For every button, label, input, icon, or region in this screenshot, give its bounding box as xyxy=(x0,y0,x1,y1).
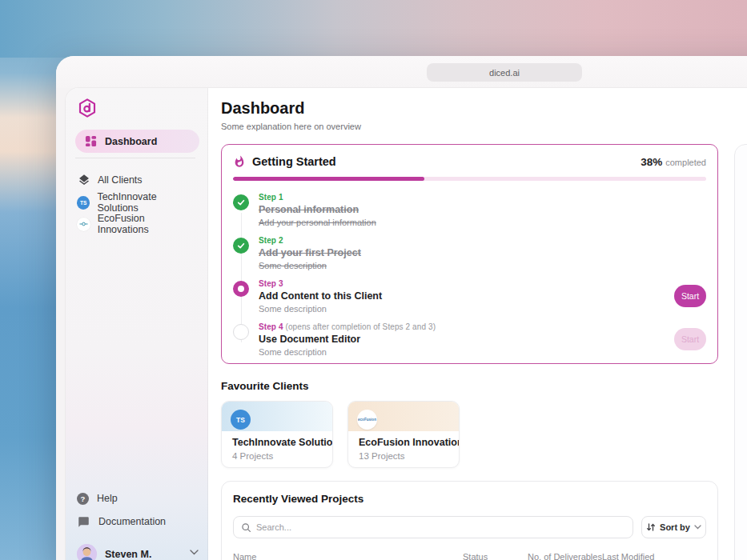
progress-percent: 38% xyxy=(641,156,662,168)
sidebar-item-label: EcoFusion Innovations xyxy=(98,213,197,235)
step-note: (opens after completion of Steps 2 and 3… xyxy=(286,322,436,331)
client-avatar-ecofusion xyxy=(77,218,90,231)
client-project-count: 13 Projects xyxy=(359,451,405,461)
browser-chrome: diced.ai xyxy=(56,56,747,88)
step-description: Add your personal information xyxy=(259,218,376,227)
column-header-deliverables: No. of Deliverables xyxy=(528,552,602,560)
step-label: Step 2 xyxy=(259,236,361,245)
sidebar-item-help[interactable]: ? Help xyxy=(77,491,197,506)
sidebar-item-label: All Clients xyxy=(98,174,143,186)
step-description: Some description xyxy=(259,347,436,357)
recently-viewed-title: Recently Viewed Projects xyxy=(233,493,706,505)
step-label: Step 3 xyxy=(259,279,382,288)
sidebar-item-documentation[interactable]: Documentation xyxy=(77,514,197,529)
progress-bar xyxy=(233,177,706,181)
sidebar-item-all-clients[interactable]: All Clients xyxy=(77,172,197,188)
recently-viewed-card: Recently Viewed Projects xyxy=(221,481,718,560)
dashboard-grid-icon xyxy=(84,134,98,148)
step-row-3: Step 3 Add Content to this Client Some d… xyxy=(233,279,706,322)
wallpaper-top xyxy=(0,0,747,58)
user-menu[interactable]: Steven M. xyxy=(77,544,199,560)
column-header-status: Status xyxy=(463,552,528,560)
client-name: TechInnovate Solutions xyxy=(232,437,333,448)
sort-by-button[interactable]: Sort by xyxy=(641,516,706,538)
address-bar[interactable]: diced.ai xyxy=(427,63,582,82)
client-avatar-ecofusion: ecoFusion xyxy=(357,410,377,430)
getting-started-title: Getting Started xyxy=(252,155,336,168)
search-input-wrap xyxy=(233,516,633,538)
progress-bar-fill xyxy=(233,177,424,181)
page-subtitle: Some explanation here on overview xyxy=(221,122,361,131)
step-title: Use Document Editor xyxy=(259,334,436,345)
progress-completed-label: completed xyxy=(665,158,706,167)
getting-started-card: Getting Started 38%completed xyxy=(221,144,718,364)
locked-step-icon xyxy=(233,324,249,340)
sidebar-item-label: Documentation xyxy=(98,516,166,527)
projects-table-header: Name Status No. of Deliverables Last Mod… xyxy=(233,552,706,560)
page-title: Dashboard xyxy=(221,99,304,118)
start-button-disabled: Start xyxy=(674,328,706,350)
browser-window: diced.ai xyxy=(56,56,747,560)
right-panel-edge xyxy=(734,144,747,560)
search-input[interactable] xyxy=(256,522,625,532)
favourite-clients-row: TS TechInnovate Solutions 4 Projects eco… xyxy=(221,401,460,468)
app-surface: Dashboard All Clients TS TechInnovate So… xyxy=(66,88,747,560)
client-card-ecofusion[interactable]: ecoFusion EcoFusion Innovations 13 Proje… xyxy=(347,401,460,468)
chevron-down-icon xyxy=(694,525,701,530)
sidebar: Dashboard All Clients TS TechInnovate So… xyxy=(66,88,208,560)
sidebar-item-label: Help xyxy=(97,493,118,504)
client-name: EcoFusion Innovations xyxy=(359,437,460,448)
sidebar-item-dashboard[interactable]: Dashboard xyxy=(75,130,199,153)
sidebar-divider xyxy=(75,158,195,158)
flame-icon xyxy=(233,155,246,168)
sort-arrows-icon xyxy=(646,522,656,532)
client-project-count: 4 Projects xyxy=(232,451,273,461)
step-title: Personal information xyxy=(259,204,376,215)
diced-logo-icon[interactable] xyxy=(77,98,98,118)
sort-by-label: Sort by xyxy=(660,522,690,532)
step-row-2: Step 2 Add your first Project Some descr… xyxy=(233,236,706,279)
column-header-last-modified: Last Modified xyxy=(602,552,706,560)
step-label: Step 1 xyxy=(259,193,376,202)
steps-list: Step 1 Personal information Add your per… xyxy=(233,193,706,366)
favourite-clients-title: Favourite Clients xyxy=(221,380,309,392)
user-name: Steven M. xyxy=(105,549,182,560)
step-description: Some description xyxy=(259,261,361,270)
main-content: Dashboard Some explanation here on overv… xyxy=(208,88,747,560)
sidebar-item-label: Dashboard xyxy=(105,136,157,147)
step-title: Add your first Project xyxy=(259,247,361,258)
layers-icon xyxy=(77,174,90,187)
step-row-4: Step 4 (opens after completion of Steps … xyxy=(233,322,706,366)
client-avatar-ts: TS xyxy=(77,196,90,210)
step-description: Some description xyxy=(259,304,382,314)
check-circle-icon xyxy=(233,194,249,210)
sidebar-item-label: TechInnovate Solutions xyxy=(97,191,197,214)
step-label: Step 4 xyxy=(259,322,283,331)
step-row-1: Step 1 Personal information Add your per… xyxy=(233,193,706,236)
client-avatar-ts: TS xyxy=(231,410,251,430)
help-icon: ? xyxy=(77,493,89,505)
column-header-name: Name xyxy=(233,552,463,560)
search-icon xyxy=(241,522,251,533)
sidebar-item-techinnovate[interactable]: TS TechInnovate Solutions xyxy=(77,194,197,210)
check-circle-icon xyxy=(233,238,249,254)
current-step-icon xyxy=(233,281,249,297)
user-avatar xyxy=(77,544,97,560)
chevron-down-icon xyxy=(190,550,199,555)
sidebar-item-ecofusion[interactable]: EcoFusion Innovations xyxy=(77,216,197,232)
address-text: diced.ai xyxy=(489,68,520,78)
client-card-techinnovate[interactable]: TS TechInnovate Solutions 4 Projects xyxy=(221,401,333,468)
chat-bubble-icon xyxy=(77,515,90,529)
start-button[interactable]: Start xyxy=(674,285,706,307)
step-title: Add Content to this Client xyxy=(259,290,382,302)
